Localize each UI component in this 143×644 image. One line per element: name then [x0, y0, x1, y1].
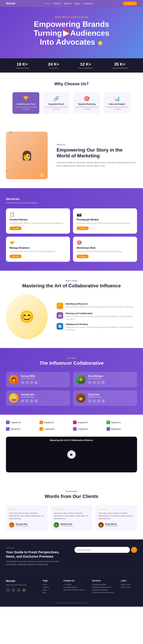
- features-grid: 🏆 Credibility and Trust Lorem ipsum dolo…: [6, 92, 137, 114]
- social-tw-1[interactable]: t: [25, 381, 29, 384]
- nav-link-contact[interactable]: Contact Us: [83, 2, 93, 4]
- footer-link-about[interactable]: About: [43, 589, 59, 591]
- footer-social-ig[interactable]: i: [17, 588, 21, 592]
- social-li-2[interactable]: in: [101, 381, 105, 384]
- nav-contact-button[interactable]: Contact Us: [123, 2, 137, 6]
- footer-phone: +1 823/456: [63, 584, 88, 586]
- social-fb-3[interactable]: f: [21, 399, 25, 403]
- social-li-1[interactable]: in: [34, 381, 38, 384]
- decoration-star-red: ★: [6, 170, 8, 173]
- social-ig-3[interactable]: i: [30, 399, 33, 403]
- team-tag: Our Team: [6, 357, 137, 359]
- footer-services-col: Services Photograph Models Relationship …: [92, 580, 116, 594]
- services-header: Services Lorem ipsum dolor sit amet cons…: [6, 197, 137, 204]
- footer-social-yt[interactable]: ▶: [22, 588, 26, 592]
- test-author-3: 👩 Emily Martin Ceo Marketing Bird: [98, 522, 134, 528]
- stat-number-2: 24 K+: [48, 62, 59, 67]
- footer-terms[interactable]: Terms of Use: [121, 584, 137, 586]
- footer-link-services[interactable]: Services: [43, 586, 59, 588]
- footer-service-relations[interactable]: Relationship Management: [92, 586, 116, 588]
- nav-link-home[interactable]: Home: [45, 2, 50, 4]
- service-btn-2[interactable]: See detail: [77, 226, 89, 230]
- logos-section: Logopsum logopsum Logopsum logopsum logo…: [0, 415, 143, 437]
- service-icon-photo: 📷: [77, 212, 133, 217]
- footer-service-content[interactable]: Content Review and Approval: [92, 592, 116, 594]
- newsletter-email-input[interactable]: [74, 547, 130, 553]
- logo-icon-2: [40, 420, 43, 424]
- video-play-button[interactable]: ▶: [67, 450, 76, 459]
- nav-link-about[interactable]: About Us: [53, 2, 61, 4]
- team-grid: 👩 George Willy Senior Influencer f t i i…: [6, 372, 137, 406]
- social-ig-2[interactable]: i: [97, 381, 100, 384]
- stars-3: ★★★★★: [98, 508, 134, 510]
- footer-link-blog[interactable]: Blog: [43, 592, 59, 594]
- service-icon-content: 📋: [10, 212, 66, 217]
- logo-text-2: logopsum: [44, 421, 54, 424]
- services-title: Services: [6, 197, 137, 201]
- social-ig-1[interactable]: i: [30, 381, 33, 384]
- footer-copyright: Copyright 2023 @nnoubi all rights reserv…: [6, 599, 137, 604]
- how-image: 😊: [6, 294, 51, 339]
- feature-title-3: Targeted Marketing: [76, 103, 98, 105]
- team-info-anna: Anna Morgan Senior Influencer f t i in: [88, 375, 105, 384]
- test-text-1: Lorem ipsum dolor sit amet, consectetur …: [9, 512, 45, 520]
- nav-link-page[interactable]: Page ▾: [74, 2, 80, 4]
- footer-contact-col: Contact Us +1 823/456 nnoubi@email.com H…: [63, 580, 88, 594]
- footer-social-fb[interactable]: f: [6, 588, 10, 592]
- service-text-2: Lorem ipsum dolor sit amet et lorem sit …: [77, 222, 133, 224]
- decoration-star-yellow: ⭐: [40, 173, 45, 178]
- logo-icon-5: [6, 427, 10, 431]
- footer-social: f t i ▶: [6, 588, 38, 592]
- nav-links: Home About Us Services Page ▾ Contact Us: [45, 2, 93, 4]
- social-tw-4[interactable]: t: [92, 399, 96, 403]
- testimonials-grid: ★★★★★ Lorem ipsum dolor sit amet, consec…: [6, 505, 137, 530]
- logo-item-6: Logopsum: [40, 427, 70, 431]
- social-ig-4[interactable]: i: [97, 399, 100, 403]
- logo-text-6: Logopsum: [44, 428, 55, 430]
- nav-link-services[interactable]: Services: [64, 2, 71, 4]
- footer-social-tw[interactable]: t: [11, 588, 16, 592]
- newsletter-submit-button[interactable]: →: [131, 547, 137, 553]
- about-content: About Us Empowering Our Story in the Wor…: [57, 144, 137, 168]
- stat-customers: 35 K+ Customers Reviewed: [112, 62, 127, 69]
- logo-text-4: logopsum: [111, 421, 121, 424]
- reach-icon: 🔗: [45, 96, 67, 102]
- team-name-2: Anna Morgan: [88, 375, 105, 378]
- feature-title-4: Data and Insights: [106, 103, 128, 105]
- service-name-4: Workshops Meet: [77, 246, 133, 249]
- team-social-4: f t i in: [88, 399, 105, 403]
- footer-privacy[interactable]: Privacy Policy: [121, 586, 137, 588]
- footer-service-photo[interactable]: Photograph Models: [92, 584, 116, 586]
- test-author-2: 👩 Natasha Yuli Ceo Marketing Bell: [54, 522, 89, 528]
- test-role-1: Top Marketing Bird: [16, 525, 28, 527]
- test-avatar-1: 👩: [9, 522, 14, 528]
- hero-line4: Into Advocates ⭐: [6, 38, 137, 46]
- newsletter-desc: These questions are about making your ne…: [6, 560, 69, 566]
- service-btn-3[interactable]: See detail: [10, 255, 22, 258]
- team-name-4: Tasya Doe: [88, 393, 105, 396]
- how-title: Mastering the Art of Collaborative Influ…: [6, 283, 137, 288]
- social-fb-1[interactable]: f: [21, 381, 25, 384]
- stat-number-1: 18 K+: [16, 62, 29, 67]
- social-fb-4[interactable]: f: [88, 399, 91, 403]
- team-social-1: f t i in: [21, 381, 38, 384]
- logo-text-3: Logopsum: [77, 421, 88, 424]
- about-section: ✦ 👩 ★ ⭐ About Us Empowering Our Story in…: [0, 123, 143, 188]
- social-tw-3[interactable]: t: [25, 399, 29, 403]
- social-tw-2[interactable]: t: [92, 381, 96, 384]
- team-card-tasya: 👨 Tasya Doe Senior Influencer f t i in: [73, 390, 137, 406]
- step-3: 🔄 Adapting and Iterating Lorem ipsum dol…: [57, 323, 137, 331]
- service-btn-4[interactable]: See detail: [77, 255, 89, 258]
- logo-item-3: Logopsum: [73, 420, 103, 424]
- social-li-3[interactable]: in: [34, 399, 38, 403]
- service-btn-1[interactable]: See detail: [10, 226, 22, 230]
- video-title: Mastering the Art of Collaborative Influ…: [6, 439, 137, 442]
- social-li-4[interactable]: in: [101, 399, 105, 403]
- social-fb-2[interactable]: f: [88, 381, 91, 384]
- feature-desc-2: Lorem ipsum dolor sit amet when consecte…: [45, 106, 67, 110]
- footer-service-workshops[interactable]: Influencer Workshops: [92, 589, 116, 591]
- team-avatar-jennita: 👩‍🦳: [9, 393, 19, 403]
- team-info-tasya: Tasya Doe Senior Influencer f t i in: [88, 393, 105, 403]
- footer-link-home[interactable]: Home: [43, 584, 59, 586]
- logo-icon-1: [6, 420, 10, 424]
